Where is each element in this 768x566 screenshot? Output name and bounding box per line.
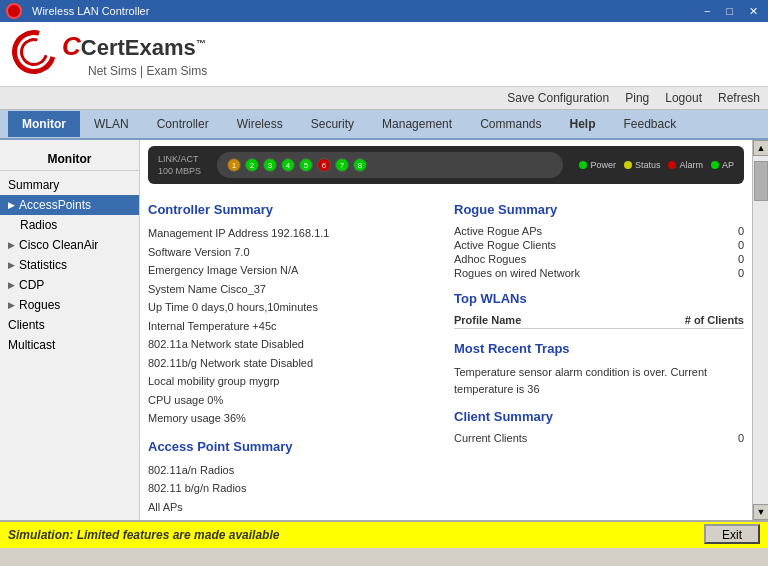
rogue-label-3: Rogues on wired Network [454,267,580,279]
sidebar-statistics-arrow: ▶ [8,260,15,270]
sidebar-item-statistics[interactable]: ▶ Statistics [0,255,139,275]
rogue-value-1: 0 [738,239,744,251]
traps-title: Most Recent Traps [454,341,744,356]
refresh-menu[interactable]: Refresh [718,91,760,105]
sidebar-item-multicast[interactable]: Multicast [0,335,139,355]
logo-area: CCertExams™ Net Sims | Exam Sims [12,30,207,78]
ap-port-5: 5 [299,158,313,172]
sidebar-cleanair-label: Cisco CleanAir [19,238,98,252]
legend-alarm-dot [668,161,676,169]
legend-power-dot [579,161,587,169]
ap-row-2: All APs [148,499,438,516]
brand-sub: Net Sims | Exam Sims [88,64,207,78]
rogue-row-3: Rogues on wired Network 0 [454,267,744,279]
content-area: Monitor Summary ▶ AccessPoints Radios ▶ … [0,140,768,520]
wlan-col-clients: # of Clients [685,314,744,326]
sidebar-rogues-arrow: ▶ [8,300,15,310]
sidebar-accesspoints-arrow: ▶ [8,200,15,210]
sidebar-cdp-arrow: ▶ [8,280,15,290]
ap-port-6: 6 [317,158,331,172]
two-col: Controller Summary Management IP Address… [140,190,752,520]
rogue-summary-title: Rogue Summary [454,202,744,217]
legend-alarm-label: Alarm [679,160,703,170]
sidebar-multicast-label: Multicast [8,338,55,352]
ap-port-2: 2 [245,158,259,172]
nav-wlan[interactable]: WLAN [80,111,143,137]
nav-security[interactable]: Security [297,111,368,137]
cs-row-0: Management IP Address 192.168.1.1 [148,225,438,242]
client-value-0: 0 [738,432,744,444]
legend-power-label: Power [590,160,616,170]
wlan-col-profile: Profile Name [454,314,521,326]
legend-ap: AP [711,160,734,170]
legend-alarm: Alarm [668,160,703,170]
sidebar-item-rogues[interactable]: ▶ Rogues [0,295,139,315]
trademark: ™ [196,37,206,48]
rogue-row-1: Active Rogue Clients 0 [454,239,744,251]
col-right: Rogue Summary Active Rogue APs 0 Active … [454,198,744,517]
ap-diagram: LINK/ACT 100 MBPS 1 2 3 4 5 6 7 8 [148,146,744,184]
sidebar: Monitor Summary ▶ AccessPoints Radios ▶ … [0,140,140,520]
col-left: Controller Summary Management IP Address… [148,198,454,517]
wlan-header: Profile Name # of Clients [454,314,744,329]
nav-commands[interactable]: Commands [466,111,555,137]
sidebar-item-radios[interactable]: Radios [0,215,139,235]
sidebar-rogues-label: Rogues [19,298,60,312]
scroll-up-button[interactable]: ▲ [753,140,768,156]
main-content: LINK/ACT 100 MBPS 1 2 3 4 5 6 7 8 [140,140,752,520]
sidebar-item-summary[interactable]: Summary [0,175,139,195]
nav-controller[interactable]: Controller [143,111,223,137]
scroll-thumb[interactable] [754,161,768,201]
nav-wireless[interactable]: Wireless [223,111,297,137]
cs-row-7: 802.11b/g Network state Disabled [148,355,438,372]
nav-feedback[interactable]: Feedback [610,111,691,137]
save-config-menu[interactable]: Save Configuration [507,91,609,105]
client-summary-title: Client Summary [454,409,744,424]
client-label-0: Current Clients [454,432,527,444]
sidebar-item-cdp[interactable]: ▶ CDP [0,275,139,295]
cs-row-8: Local mobility group mygrp [148,373,438,390]
cs-row-5: Internal Temperature +45c [148,318,438,335]
cs-row-3: System Name Cisco_37 [148,281,438,298]
cs-row-6: 802.11a Network state Disabled [148,336,438,353]
scroll-down-button[interactable]: ▼ [753,504,768,520]
nav-management[interactable]: Management [368,111,466,137]
title-controls: − □ ✕ [700,5,762,18]
scroll-track[interactable] [753,156,768,504]
ap-port-1: 1 [227,158,241,172]
bottom-bar: Simulation: Limited features are made av… [0,520,768,548]
legend-status: Status [624,160,661,170]
scrollbar[interactable]: ▲ ▼ [752,140,768,520]
traps-text: Temperature sensor alarm condition is ov… [454,364,744,397]
nav-help[interactable]: Help [555,111,609,137]
sidebar-item-accesspoints[interactable]: ▶ AccessPoints [0,195,139,215]
sidebar-item-cleanair[interactable]: ▶ Cisco CleanAir [0,235,139,255]
legend-ap-label: AP [722,160,734,170]
cs-row-9: CPU usage 0% [148,392,438,409]
ap-port-3: 3 [263,158,277,172]
ap-port-4: 4 [281,158,295,172]
logout-menu[interactable]: Logout [665,91,702,105]
minimize-button[interactable]: − [700,5,714,18]
top-menu-bar: Save Configuration Ping Logout Refresh [0,87,768,110]
rogue-row-0: Active Rogue APs 0 [454,225,744,237]
cs-row-2: Emergency Image Version N/A [148,262,438,279]
close-button[interactable]: ✕ [745,5,762,18]
ap-row-0: 802.11a/n Radios [148,462,438,479]
exit-button[interactable]: Exit [704,524,760,544]
client-row-0: Current Clients 0 [454,432,744,444]
sidebar-radios-label: Radios [20,218,57,232]
nav-monitor[interactable]: Monitor [8,111,80,137]
ping-menu[interactable]: Ping [625,91,649,105]
controller-summary-title: Controller Summary [148,202,438,217]
maximize-button[interactable]: □ [722,5,737,18]
top-wlans-title: Top WLANs [454,291,744,306]
logo-icon [12,30,60,78]
legend-power: Power [579,160,616,170]
sidebar-item-clients[interactable]: Clients [0,315,139,335]
ap-linkact-label: LINK/ACT [158,154,201,164]
app-title: Wireless LAN Controller [32,5,149,17]
sidebar-statistics-label: Statistics [19,258,67,272]
rogue-value-2: 0 [738,253,744,265]
ap-speed-label: 100 MBPS [158,166,201,176]
